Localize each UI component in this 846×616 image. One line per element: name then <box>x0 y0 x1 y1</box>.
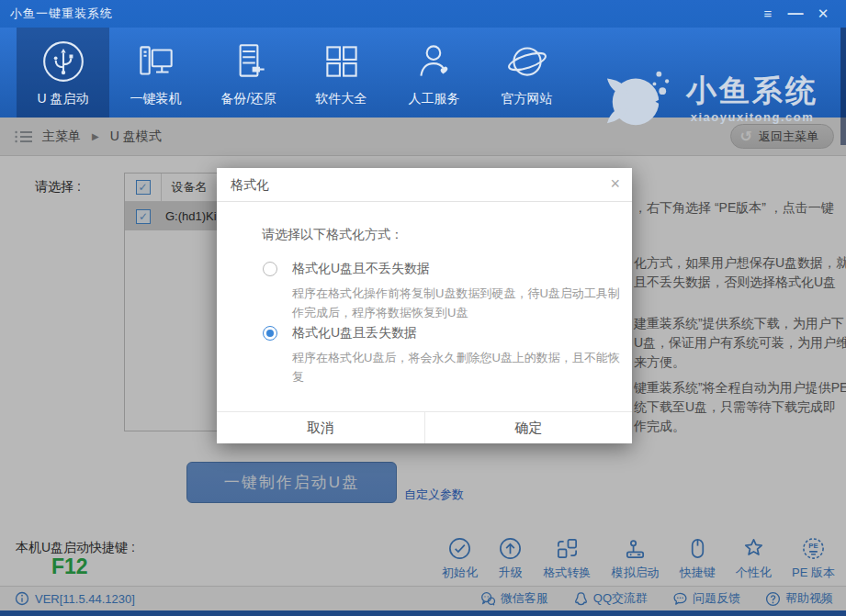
nav-item-one-key-install[interactable]: 一键装机 <box>109 28 202 118</box>
close-icon[interactable]: ✕ <box>813 4 833 24</box>
nav-item-label: U 盘启动 <box>38 91 89 107</box>
logo-subtitle: xiaoyuxitong.com <box>686 110 818 124</box>
globe-icon <box>504 39 550 84</box>
grid-icon <box>319 39 365 84</box>
nav-item-label: 人工服务 <box>409 91 460 107</box>
nav-item-label: 软件大全 <box>316 91 367 107</box>
ok-button[interactable]: 确定 <box>424 412 632 443</box>
nav-item-usb-boot[interactable]: U 盘启动 <box>17 28 109 118</box>
window-controls: ≡ — ✕ <box>758 4 846 24</box>
option-description: 程序在格式化操作前将复制U盘数据到硬盘，待U盘启动工具制作完成后，程序将数据恢复… <box>292 284 621 322</box>
minimize-icon[interactable]: — <box>785 4 806 24</box>
dialog-header: 格式化 × <box>217 168 632 202</box>
nav-item-label: 一键装机 <box>130 91 182 107</box>
nav-item-backup-restore[interactable]: 备份/还原 <box>202 28 295 118</box>
format-option-keep-data: 格式化U盘且不丢失数据 程序在格式化操作前将复制U盘数据到硬盘，待U盘启动工具制… <box>263 261 612 322</box>
menu-icon[interactable]: ≡ <box>758 4 778 24</box>
nav-item-label: 官方网站 <box>502 91 553 107</box>
dialog-title: 格式化 <box>231 177 269 194</box>
nav-bar: U 盘启动 一键装机 备份/还原 <box>0 28 846 118</box>
app-window: 小鱼一键重装系统 ≡ — ✕ U 盘启动 <box>0 0 846 616</box>
brand-logo: 小鱼系统 xiaoyuxitong.com <box>596 64 818 130</box>
dialog-prompt: 请选择以下格式化方式： <box>262 227 403 243</box>
option-title: 格式化U盘且丢失数据 <box>292 325 612 342</box>
fish-logo-icon <box>596 64 679 130</box>
format-dialog: 格式化 × 请选择以下格式化方式： 格式化U盘且不丢失数据 程序在格式化操作前将… <box>217 168 632 443</box>
usb-icon <box>40 39 86 84</box>
window-edge <box>840 28 846 145</box>
window-title: 小鱼一键重装系统 <box>0 6 113 22</box>
dialog-footer: 取消 确定 <box>217 411 632 443</box>
nav-item-official-website[interactable]: 官方网站 <box>480 28 573 118</box>
person-icon <box>412 39 457 84</box>
dialog-close-icon[interactable]: × <box>610 174 620 194</box>
computer-icon <box>133 39 179 84</box>
logo-text: 小鱼系统 xiaoyuxitong.com <box>686 71 818 124</box>
titlebar: 小鱼一键重装系统 ≡ — ✕ <box>0 0 846 28</box>
radio-lose-data[interactable] <box>263 326 277 341</box>
option-title: 格式化U盘且不丢失数据 <box>292 261 612 277</box>
option-description: 程序在格式化U盘后，将会永久删除您U盘上的数据，且不能恢复 <box>292 348 621 386</box>
cancel-button[interactable]: 取消 <box>217 412 424 443</box>
radio-keep-data[interactable] <box>263 262 277 276</box>
format-option-lose-data: 格式化U盘且丢失数据 程序在格式化U盘后，将会永久删除您U盘上的数据，且不能恢复 <box>263 325 612 386</box>
nav-items: U 盘启动 一键装机 备份/还原 <box>17 28 573 118</box>
logo-title: 小鱼系统 <box>686 71 818 112</box>
nav-item-human-service[interactable]: 人工服务 <box>388 28 480 118</box>
server-icon <box>226 39 272 84</box>
nav-item-software-collection[interactable]: 软件大全 <box>295 28 388 118</box>
nav-item-label: 备份/还原 <box>221 91 276 107</box>
